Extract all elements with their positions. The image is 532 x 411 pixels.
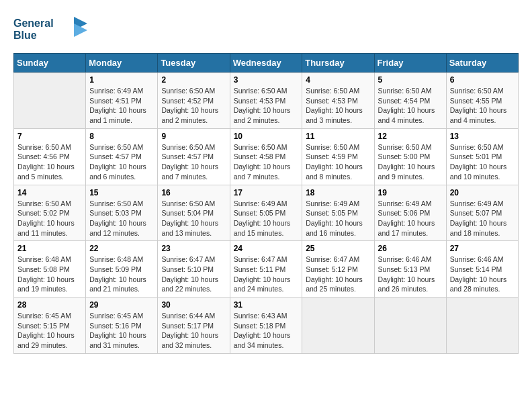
day-info: Sunrise: 6:46 AMSunset: 5:14 PMDaylight:… (450, 255, 515, 294)
calendar-cell: 31Sunrise: 6:43 AMSunset: 5:18 PMDayligh… (230, 298, 302, 354)
day-number: 14 (17, 188, 82, 197)
weekday-header-sunday: Sunday (14, 54, 86, 73)
calendar-cell: 30Sunrise: 6:44 AMSunset: 5:17 PMDayligh… (158, 298, 230, 354)
calendar-cell: 21Sunrise: 6:48 AMSunset: 5:08 PMDayligh… (14, 241, 86, 298)
calendar-cell: 28Sunrise: 6:45 AMSunset: 5:15 PMDayligh… (14, 298, 86, 354)
calendar-cell: 12Sunrise: 6:50 AMSunset: 5:00 PMDayligh… (374, 128, 446, 185)
calendar-cell: 29Sunrise: 6:45 AMSunset: 5:16 PMDayligh… (86, 298, 158, 354)
calendar-cell: 26Sunrise: 6:46 AMSunset: 5:13 PMDayligh… (374, 241, 446, 298)
day-number: 18 (306, 188, 370, 197)
day-info: Sunrise: 6:50 AMSunset: 4:54 PMDaylight:… (378, 86, 443, 126)
calendar-week-1: 1Sunrise: 6:49 AMSunset: 4:51 PMDaylight… (14, 73, 519, 129)
day-number: 3 (234, 75, 299, 85)
calendar-cell (302, 298, 374, 354)
day-info: Sunrise: 6:48 AMSunset: 5:09 PMDaylight:… (89, 255, 154, 294)
day-info: Sunrise: 6:50 AMSunset: 4:56 PMDaylight:… (17, 142, 82, 182)
calendar-cell: 25Sunrise: 6:47 AMSunset: 5:12 PMDayligh… (302, 241, 374, 298)
day-info: Sunrise: 6:50 AMSunset: 5:04 PMDaylight:… (161, 199, 226, 238)
day-info: Sunrise: 6:50 AMSunset: 5:03 PMDaylight:… (89, 199, 154, 238)
day-number: 27 (450, 244, 515, 253)
logo: General Blue (13, 13, 87, 46)
day-number: 19 (378, 188, 443, 197)
day-number: 30 (161, 300, 226, 310)
weekday-header-monday: Monday (86, 54, 158, 73)
calendar-week-4: 21Sunrise: 6:48 AMSunset: 5:08 PMDayligh… (14, 241, 519, 298)
weekday-header-saturday: Saturday (446, 54, 518, 73)
calendar-cell: 13Sunrise: 6:50 AMSunset: 5:01 PMDayligh… (446, 128, 518, 185)
day-number: 5 (378, 75, 443, 85)
day-number: 10 (234, 132, 299, 141)
day-info: Sunrise: 6:49 AMSunset: 5:05 PMDaylight:… (234, 199, 299, 238)
day-info: Sunrise: 6:50 AMSunset: 4:59 PMDaylight:… (306, 142, 370, 182)
day-number: 6 (450, 75, 515, 85)
day-info: Sunrise: 6:50 AMSunset: 4:57 PMDaylight:… (89, 142, 154, 182)
calendar-cell: 14Sunrise: 6:50 AMSunset: 5:02 PMDayligh… (14, 185, 86, 241)
calendar-cell: 16Sunrise: 6:50 AMSunset: 5:04 PMDayligh… (158, 185, 230, 241)
day-number: 13 (450, 132, 515, 141)
calendar-header-row: SundayMondayTuesdayWednesdayThursdayFrid… (14, 54, 519, 73)
calendar-cell: 5Sunrise: 6:50 AMSunset: 4:54 PMDaylight… (374, 73, 446, 129)
day-number: 20 (450, 188, 515, 197)
logo-text: General Blue (13, 13, 87, 46)
calendar-cell: 17Sunrise: 6:49 AMSunset: 5:05 PMDayligh… (230, 185, 302, 241)
day-number: 25 (306, 244, 370, 253)
day-number: 29 (89, 300, 154, 310)
day-info: Sunrise: 6:49 AMSunset: 4:51 PMDaylight:… (89, 86, 154, 126)
calendar-cell: 22Sunrise: 6:48 AMSunset: 5:09 PMDayligh… (86, 241, 158, 298)
day-number: 12 (378, 132, 443, 141)
calendar-cell: 2Sunrise: 6:50 AMSunset: 4:52 PMDaylight… (158, 73, 230, 129)
day-info: Sunrise: 6:50 AMSunset: 5:00 PMDaylight:… (378, 142, 443, 182)
day-info: Sunrise: 6:48 AMSunset: 5:08 PMDaylight:… (17, 255, 82, 294)
day-info: Sunrise: 6:45 AMSunset: 5:16 PMDaylight:… (89, 311, 154, 351)
calendar-cell: 19Sunrise: 6:49 AMSunset: 5:06 PMDayligh… (374, 185, 446, 241)
svg-text:General: General (13, 17, 54, 29)
calendar-body: 1Sunrise: 6:49 AMSunset: 4:51 PMDaylight… (14, 73, 519, 354)
day-info: Sunrise: 6:50 AMSunset: 4:58 PMDaylight:… (234, 142, 299, 182)
day-number: 26 (378, 244, 443, 253)
weekday-header-friday: Friday (374, 54, 446, 73)
day-info: Sunrise: 6:50 AMSunset: 5:02 PMDaylight:… (17, 199, 82, 238)
calendar-cell: 4Sunrise: 6:50 AMSunset: 4:53 PMDaylight… (302, 73, 374, 129)
day-number: 28 (17, 300, 82, 310)
day-number: 23 (161, 244, 226, 253)
day-info: Sunrise: 6:47 AMSunset: 5:12 PMDaylight:… (306, 255, 370, 294)
calendar-cell: 1Sunrise: 6:49 AMSunset: 4:51 PMDaylight… (86, 73, 158, 129)
day-number: 24 (234, 244, 299, 253)
day-number: 8 (89, 132, 154, 141)
calendar-week-5: 28Sunrise: 6:45 AMSunset: 5:15 PMDayligh… (14, 298, 519, 354)
calendar-cell: 23Sunrise: 6:47 AMSunset: 5:10 PMDayligh… (158, 241, 230, 298)
weekday-header-thursday: Thursday (302, 54, 374, 73)
day-number: 22 (89, 244, 154, 253)
calendar-week-3: 14Sunrise: 6:50 AMSunset: 5:02 PMDayligh… (14, 185, 519, 241)
day-info: Sunrise: 6:47 AMSunset: 5:11 PMDaylight:… (234, 255, 299, 294)
page-header: General Blue (13, 13, 519, 46)
calendar-cell: 18Sunrise: 6:49 AMSunset: 5:05 PMDayligh… (302, 185, 374, 241)
logo-icon: General Blue (13, 13, 87, 44)
calendar-cell: 9Sunrise: 6:50 AMSunset: 4:57 PMDaylight… (158, 128, 230, 185)
day-info: Sunrise: 6:49 AMSunset: 5:05 PMDaylight:… (306, 199, 370, 238)
day-number: 15 (89, 188, 154, 197)
day-number: 2 (161, 75, 226, 85)
day-info: Sunrise: 6:49 AMSunset: 5:07 PMDaylight:… (450, 199, 515, 238)
calendar-cell: 11Sunrise: 6:50 AMSunset: 4:59 PMDayligh… (302, 128, 374, 185)
weekday-header-tuesday: Tuesday (158, 54, 230, 73)
day-number: 4 (306, 75, 370, 85)
calendar-cell: 8Sunrise: 6:50 AMSunset: 4:57 PMDaylight… (86, 128, 158, 185)
day-number: 1 (89, 75, 154, 85)
day-info: Sunrise: 6:47 AMSunset: 5:10 PMDaylight:… (161, 255, 226, 294)
day-info: Sunrise: 6:50 AMSunset: 4:53 PMDaylight:… (234, 86, 299, 126)
svg-text:Blue: Blue (13, 30, 37, 41)
calendar-cell (14, 73, 86, 129)
day-info: Sunrise: 6:50 AMSunset: 4:55 PMDaylight:… (450, 86, 515, 126)
calendar-cell: 10Sunrise: 6:50 AMSunset: 4:58 PMDayligh… (230, 128, 302, 185)
calendar-cell: 15Sunrise: 6:50 AMSunset: 5:03 PMDayligh… (86, 185, 158, 241)
calendar-cell: 20Sunrise: 6:49 AMSunset: 5:07 PMDayligh… (446, 185, 518, 241)
day-info: Sunrise: 6:43 AMSunset: 5:18 PMDaylight:… (234, 311, 299, 351)
day-number: 21 (17, 244, 82, 253)
weekday-header-wednesday: Wednesday (230, 54, 302, 73)
day-number: 16 (161, 188, 226, 197)
day-info: Sunrise: 6:46 AMSunset: 5:13 PMDaylight:… (378, 255, 443, 294)
day-number: 17 (234, 188, 299, 197)
calendar-week-2: 7Sunrise: 6:50 AMSunset: 4:56 PMDaylight… (14, 128, 519, 185)
day-info: Sunrise: 6:50 AMSunset: 5:01 PMDaylight:… (450, 142, 515, 182)
